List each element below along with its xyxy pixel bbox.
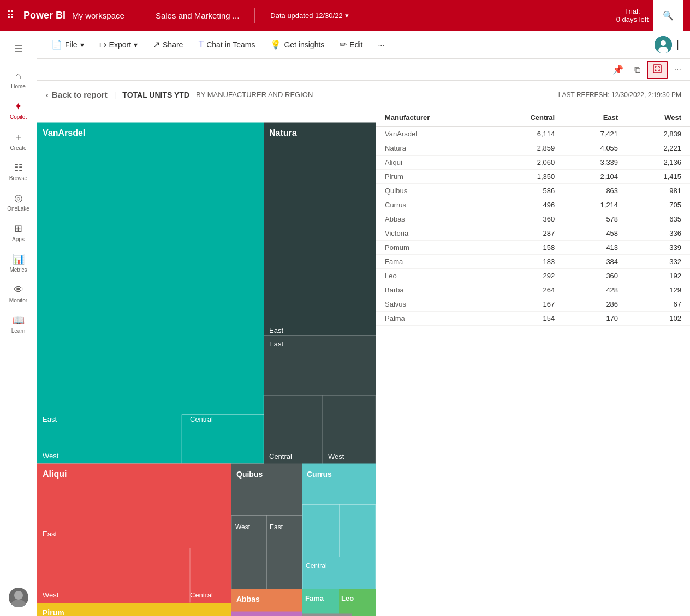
toolbar-right-expand[interactable]: | [674,36,681,53]
vanarsdel-block[interactable] [37,123,264,464]
sidebar-menu-toggle[interactable]: ☰ [3,35,34,63]
cell-manufacturer: Quibus [376,184,488,198]
table-body: VanArsdel 6,114 7,421 2,839 Natura 2,859… [376,127,690,326]
user-profile-button[interactable] [655,36,672,53]
menu-icon: ☰ [14,43,23,55]
sidebar-item-monitor[interactable]: 👁 Monitor [3,279,34,308]
cell-east: 170 [563,312,627,326]
natura-block[interactable] [264,123,376,336]
svg-point-0 [14,591,23,600]
back-to-report-button[interactable]: ‹ Back to report [46,90,108,99]
treemap-panel[interactable]: VanArsdel East Central West Natura East … [37,109,376,616]
duplicate-button[interactable]: ⧉ [630,63,645,77]
breadcrumb-bar: ‹ Back to report | TOTAL UNITS YTD BY MA… [37,81,690,109]
fama-block[interactable] [302,589,339,617]
svg-text:West: West [235,523,251,531]
barba-block[interactable] [302,614,352,617]
pin-button[interactable]: 📌 [608,62,628,77]
workspace-label[interactable]: My workspace [72,11,124,20]
leo-block[interactable] [339,589,376,617]
edit-button[interactable]: ✏ Edit [334,36,368,53]
aliqui-block[interactable] [37,464,231,603]
cell-central: 167 [488,297,563,312]
sidebar-item-learn[interactable]: 📖 Learn [3,310,34,338]
cell-east: 428 [563,283,627,297]
cell-west: 192 [627,269,690,283]
svg-text:Fama: Fama [305,594,324,602]
user-avatar[interactable] [9,588,28,607]
treemap-chart: VanArsdel East Central West Natura East … [37,109,376,616]
svg-text:East: East [269,326,283,334]
col-west[interactable]: West [627,109,690,127]
share-label: Share [163,40,183,49]
top-bar: ⠿ Power BI My workspace Sales and Market… [0,0,690,31]
divider [140,8,140,23]
cell-west: 2,221 [627,141,690,156]
home-label: Home [11,83,26,89]
svg-text:Leo: Leo [341,594,354,602]
refresh-label: Data updated 12/30/22 [270,11,342,20]
more-options-button[interactable]: ··· [372,37,390,52]
chat-teams-button[interactable]: T Chat in Teams [193,37,260,53]
svg-text:West: West [43,591,59,599]
svg-text:Central: Central [190,591,213,599]
search-button[interactable]: 🔍 [653,0,683,31]
cell-central: 6,114 [488,127,563,141]
focus-mode-button[interactable] [647,61,668,79]
cell-central: 154 [488,312,563,326]
svg-text:Abbas: Abbas [236,595,260,603]
pirum-block[interactable] [37,603,231,617]
cell-central: 2,060 [488,156,563,170]
cell-east: 384 [563,255,627,269]
metrics-icon: 📊 [13,253,25,265]
more-visual-options[interactable]: ··· [670,63,686,77]
dropdown-arrow: ▾ [345,11,349,20]
toolbar-right: | [655,36,681,53]
table-row: Fama 183 384 332 [376,255,690,269]
sidebar-item-metrics[interactable]: 📊 Metrics [3,249,34,277]
sidebar-item-onelake[interactable]: ◎ OneLake [3,188,34,216]
export-label: Export [109,40,131,49]
sidebar-item-copilot[interactable]: ✦ Copilot [3,96,34,124]
icon-toolbar: 📌 ⧉ ··· [37,59,690,81]
sidebar-item-home[interactable]: ⌂ Home [3,65,34,94]
cell-east: 1,214 [563,198,627,212]
create-label: Create [10,145,26,151]
back-arrow-icon: ‹ [46,90,49,99]
cell-west: 339 [627,241,690,255]
file-icon: 📄 [51,39,62,50]
sidebar-item-create[interactable]: ＋ Create [3,127,34,155]
cell-manufacturer: Currus [376,198,488,212]
svg-point-3 [661,40,666,46]
panels: VanArsdel East Central West Natura East … [37,109,690,616]
home-icon: ⌂ [15,70,21,82]
victoria-block[interactable] [231,612,302,617]
cell-east: 3,339 [563,156,627,170]
svg-text:Central: Central [306,562,327,570]
data-table: Manufacturer Central East West VanArsdel… [376,109,690,326]
col-manufacturer[interactable]: Manufacturer [376,109,488,127]
cell-central: 158 [488,241,563,255]
file-button[interactable]: 📄 File ▾ [46,36,90,53]
share-icon: ↗ [153,39,160,50]
insights-icon: 💡 [270,39,281,50]
app-grid-icon[interactable]: ⠿ [7,9,15,22]
cell-west: 2,136 [627,156,690,170]
monitor-label: Monitor [9,297,27,303]
apps-icon: ⊞ [14,223,22,235]
svg-point-4 [658,47,668,53]
data-refresh[interactable]: Data updated 12/30/22 ▾ [270,11,348,20]
app-logo: Power BI [23,10,66,21]
learn-icon: 📖 [13,314,25,326]
col-east[interactable]: East [563,109,627,127]
get-insights-button[interactable]: 💡 Get insights [265,36,330,53]
cell-central: 586 [488,184,563,198]
export-button[interactable]: ↦ Export ▾ [94,36,143,53]
sidebar-item-browse[interactable]: ☷ Browse [3,157,34,186]
cell-central: 183 [488,255,563,269]
svg-text:East: East [43,415,57,423]
sidebar-item-apps[interactable]: ⊞ Apps [3,218,34,247]
share-button[interactable]: ↗ Share [147,36,188,53]
col-central[interactable]: Central [488,109,563,127]
cell-east: 863 [563,184,627,198]
